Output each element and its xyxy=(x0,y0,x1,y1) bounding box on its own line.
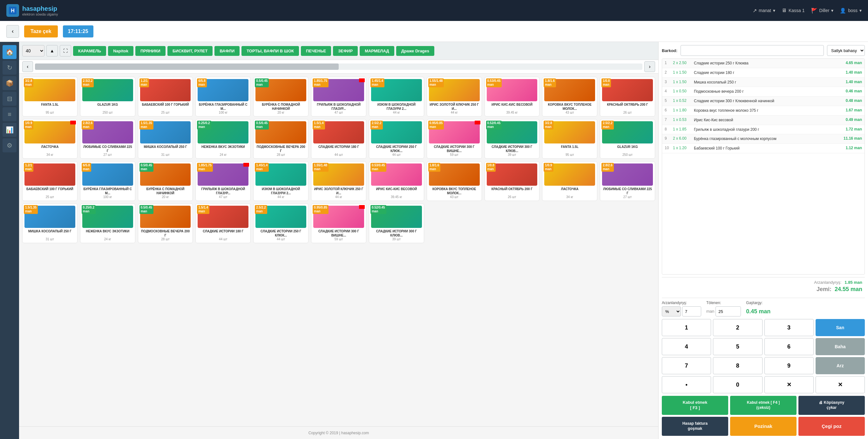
numpad-7[interactable]: 7 xyxy=(662,357,711,374)
cat-marmelad[interactable]: МАРМЕЛАД xyxy=(360,46,394,56)
numpad-6[interactable]: 6 xyxy=(765,338,814,355)
receipt-row-2[interactable]: 2 1 x 1.50 Сладкие истории 180 г 1.40 ma… xyxy=(662,68,865,78)
products-area[interactable]: 3/2.8man FANTA 1.5L 95 шт 2.5/2.2man GLA… xyxy=(19,74,658,426)
product-nezhenka-2[interactable]: 0.25/0.2man НЕЖЕНКА ВКУС ЭКЗОТИКИ 24 кг xyxy=(80,203,135,243)
barkod-input[interactable] xyxy=(681,45,824,56)
product-iris-zolotoy[interactable]: 1.55/1.48man ИРИС ЗОЛОТОЙ КЛЮЧИК 250 Г И… xyxy=(427,77,482,116)
sidebar-icon-settings[interactable]: ⚙ xyxy=(3,138,17,153)
numpad-san[interactable]: San xyxy=(815,319,865,336)
sidebar-icon-list[interactable]: ≡ xyxy=(3,107,17,121)
product-sladkie-300-vishne-2[interactable]: 0.95/0.85man СЛАДКИЕ ИСТОРИИ 300 Г ВИШНЕ… xyxy=(311,203,366,243)
satlyk-select[interactable]: Satlyk bahasy xyxy=(827,45,865,56)
product-nezhenka[interactable]: 0.25/0.2man НЕЖЕНКА ВКУС ЭКЗОТИКИ 24 кг xyxy=(195,119,251,159)
receipt-row-8[interactable]: 8 1 x 1.85 Грильяж в шоколадной глазури … xyxy=(662,125,865,135)
cat-vafli[interactable]: ВАФЛИ xyxy=(214,46,240,56)
product-podmoskov-2[interactable]: 0.5/0.45man ПОДМОСКОВНЫЕ ВЕЧЕРА 200 Г 28… xyxy=(138,203,193,243)
product-glazur-2[interactable]: 2.5/2.2man GLAZUR 1KG 250 шт xyxy=(600,119,655,159)
product-fanta[interactable]: 3/2.8man FANTA 1.5L 95 шт xyxy=(22,77,78,116)
scroll-right-btn[interactable]: › xyxy=(644,61,655,72)
product-iris-kis-2[interactable]: 0.53/0.45man ИРИС КИС-КИС ВЕСОВОЙ 39.45 … xyxy=(369,161,424,201)
sidebar-icon-chart[interactable]: 📊 xyxy=(3,123,17,137)
cat-torty[interactable]: ТОРТЫ, ВАФЛИ В ШОК xyxy=(242,46,299,56)
sidebar-icon-filter[interactable]: ⊟ xyxy=(3,92,17,106)
cat-draje[interactable]: Драже Drages xyxy=(396,46,434,56)
cat-zefir[interactable]: ЗЕФИР xyxy=(333,46,358,56)
product-korovka[interactable]: 1.8/1.6man КОРОВКА ВКУС ТОПЛЕНОЕ МОЛОК..… xyxy=(542,77,597,116)
product-lubimye-2[interactable]: 2.8/2.6man ЛЮБИМЫЕ СО СЛИВКАМИ 225 Г 27 … xyxy=(600,161,655,201)
numpad-0[interactable]: 0 xyxy=(713,376,762,393)
numpad-dot[interactable]: • xyxy=(662,376,711,393)
receipt-row-3[interactable]: 3 1 x 1.50 Мишка косолапый 250 г 1.40 ma… xyxy=(662,78,865,87)
product-sladkie-180-2[interactable]: 1.5/1.4man СЛАДКИЕ ИСТОРИИ 180 Г 44 шт xyxy=(195,203,251,243)
product-lastochka[interactable]: 1/0.9man ЛАСТОЧКА 34 кг xyxy=(22,119,78,159)
cat-napitok[interactable]: Napitok xyxy=(108,46,133,56)
cat-pechenie[interactable]: ПЕЧЕНЬЕ xyxy=(301,46,331,56)
pozinak-button[interactable]: Pozinak xyxy=(730,417,797,436)
product-burenka-glas[interactable]: 6/5.8man БУРЁНКА ГЛАЗИРОВАННЫЙ С М... 10… xyxy=(195,77,251,116)
numpad-arz[interactable]: Arz xyxy=(815,357,865,374)
product-lastochka-2[interactable]: 1/0.9man ЛАСТОЧКА 34 кг xyxy=(542,161,597,201)
tolenen-input[interactable] xyxy=(715,306,741,316)
expand-btn[interactable]: ⛶ xyxy=(60,45,71,57)
qty-select[interactable]: 40 20 10 xyxy=(22,45,44,57)
scroll-track[interactable] xyxy=(35,64,643,70)
cat-biskvit[interactable]: БИСКВИТ, РУЛЕТ xyxy=(167,46,213,56)
product-korovka-2[interactable]: 1.8/1.6man КОРОВКА ВКУС ТОПЛЕНОЕ МОЛОК..… xyxy=(427,161,482,201)
diller-nav[interactable]: 🚩 Diller ▾ xyxy=(811,8,834,14)
product-grilyaj[interactable]: 1.85/1.75man ГРИЛЬЯЖ В ШОКОЛАДНОЙ ГЛАЗУР… xyxy=(311,77,366,116)
kabul-f3-button[interactable]: Kabul etmek[ F3 ] xyxy=(662,396,728,415)
numpad-del[interactable]: ✕ xyxy=(765,376,814,393)
product-burenka-pomad[interactable]: 0.5/0.45man БУРЁНКА С ПОМАДНОЙ НАЧИНКОЙ … xyxy=(253,77,309,116)
product-fanta-2[interactable]: 3/2.8man FANTA 1.5L 95 шт xyxy=(542,119,597,159)
product-babaevsky-2[interactable]: 1.2/1man БАБАЕВСКИЙ 100 Г ГОРЬКИЙ 25 шт xyxy=(22,161,78,201)
receipt-row-6[interactable]: 6 1 x 1.80 Коровка вкус топленое молоко … xyxy=(662,106,865,115)
product-sladkie-300-vishne[interactable]: 0.95/0.85man СЛАДКИЕ ИСТОРИИ 300 Г ВИШНЕ… xyxy=(427,119,482,159)
discount-value-input[interactable] xyxy=(682,306,701,316)
product-burenka-glas-2[interactable]: 6/5.8man БУРЁНКА ГЛАЗИРОВАННЫЙ С М... 10… xyxy=(80,161,135,201)
product-izum[interactable]: 1.45/1.4man ИЗЮМ В ШОКОЛАДНОЙ ГЛАЗУРИ 2.… xyxy=(369,77,424,116)
product-izum-2[interactable]: 1.45/1.4man ИЗЮМ В ШОКОЛАДНОЙ ГЛАЗУРИ 2.… xyxy=(253,161,309,201)
product-iris-zolotoy-2[interactable]: 1.55/1.48man ИРИС ЗОЛОТОЙ КЛЮЧИК 250 Г И… xyxy=(311,161,366,201)
numpad-3[interactable]: 3 xyxy=(765,319,814,336)
cegi-poz-button[interactable]: Çegi poz xyxy=(799,417,865,436)
numpad-2[interactable]: 2 xyxy=(713,319,762,336)
product-lubimye[interactable]: 2.8/2.6man ЛЮБИМЫЕ СО СЛИВКАМИ 225 Г 27 … xyxy=(80,119,135,159)
numpad-8[interactable]: 8 xyxy=(713,357,762,374)
cat-pryaniki[interactable]: ПРЯНИКИ xyxy=(135,46,165,56)
user-nav[interactable]: 👤 boss ▾ xyxy=(840,8,862,14)
product-glazur[interactable]: 2.5/2.2man GLAZUR 1KG 250 шт xyxy=(80,77,135,116)
product-sladkie-300-klyuv[interactable]: 0.52/0.45man СЛАДКИЕ ИСТОРИИ 300 Г КЛЮВ.… xyxy=(485,119,540,159)
product-babaevsky[interactable]: 1.2/1man БАБАЕВСКИЙ 100 Г ГОРЬКИЙ 25 шт xyxy=(138,77,193,116)
kassa-nav[interactable]: 🖥 Kassa 1 xyxy=(782,8,805,13)
receipt-row-9[interactable]: 9 2 x 6.00 Бурёнка глазированный с молоч… xyxy=(662,134,865,144)
numpad-1[interactable]: 1 xyxy=(662,319,711,336)
numpad-9[interactable]: 9 xyxy=(765,357,814,374)
sidebar-icon-home[interactable]: 🏠 xyxy=(3,45,17,59)
back-button[interactable]: ‹ xyxy=(6,25,19,38)
scroll-left-btn[interactable]: ‹ xyxy=(22,61,33,72)
product-mishka[interactable]: 1.5/1.35man МИШКА КОСОЛАПЫЙ 250 Г 31 шт xyxy=(138,119,193,159)
product-sladkie-300-klyuv-2[interactable]: 0.52/0.45man СЛАДКИЕ ИСТОРИИ 300 Г КЛЮВ.… xyxy=(369,203,424,243)
product-iris-kis[interactable]: 0.53/0.45man ИРИС КИС-КИС ВЕСОВОЙ 39.45 … xyxy=(485,77,540,116)
hasap-button[interactable]: Hasap fakturagoşmak xyxy=(662,417,728,436)
numpad-baha[interactable]: Baha xyxy=(815,338,865,355)
numpad-5[interactable]: 5 xyxy=(713,338,762,355)
manat-nav[interactable]: ↗ manat ▾ xyxy=(753,8,775,14)
product-sladkie-180[interactable]: 1.5/1.4man СЛАДКИЕ ИСТОРИИ 180 Г 44 шт xyxy=(311,119,366,159)
kabul-f4-button[interactable]: Kabul etmek [ F4 ](çeksiz) xyxy=(730,396,797,415)
product-mishka-2[interactable]: 1.5/1.35man МИШКА КОСОЛАПЫЙ 250 Г 31 шт xyxy=(22,203,78,243)
numpad-del2[interactable]: ✕ xyxy=(815,376,865,393)
receipt-row-4[interactable]: 4 1 x 0.50 Подмосковные вечера 200 г 0.4… xyxy=(662,87,865,97)
product-krasny[interactable]: 1/0.8man КРАСНЫЙ ОКТЯБРЬ 200 Г 26 шт xyxy=(600,77,655,116)
product-grilyaj-2[interactable]: 1.85/1.75man ГРИЛЬЯЖ В ШОКОЛАДНОЙ ГЛАЗУР… xyxy=(195,161,251,201)
taze-cek-button[interactable]: Taze çek xyxy=(24,25,58,37)
qty-up-btn[interactable]: ▲ xyxy=(46,45,58,57)
sidebar-icon-refresh[interactable]: ↻ xyxy=(3,61,17,75)
sidebar-icon-box[interactable]: 📦 xyxy=(3,76,17,90)
product-krasny-2[interactable]: 1/0.8man КРАСНЫЙ ОКТЯБРЬ 200 Г 26 шт xyxy=(485,161,540,201)
receipt-row-7[interactable]: 7 1 x 0.53 Ирис Кис-Кис весовой 0.49 man xyxy=(662,115,865,125)
product-podmoskov[interactable]: 0.5/0.45man ПОДМОСКОВНЫЕ ВЕЧЕРА 200 Г 28… xyxy=(253,119,309,159)
discount-type-select[interactable]: % man xyxy=(662,306,681,316)
product-sladkie-250-2[interactable]: 2.5/2.2man СЛАДКИЕ ИСТОРИИ 250 Г КЛЮК...… xyxy=(253,203,309,243)
product-sladkie-250[interactable]: 2.5/2.2man СЛАДКИЕ ИСТОРИИ 250 Г КЛЮК...… xyxy=(369,119,424,159)
